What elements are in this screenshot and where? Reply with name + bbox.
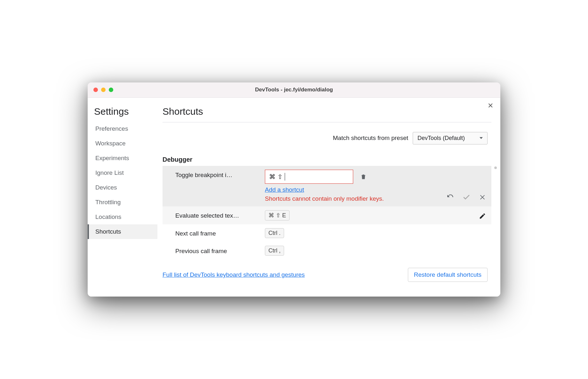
main-content: Shortcuts Match shortcuts from preset De… bbox=[157, 98, 500, 297]
check-icon bbox=[462, 193, 471, 201]
sidebar-item-label: Experiments bbox=[95, 155, 129, 161]
full-list-link[interactable]: Full list of DevTools keyboard shortcuts… bbox=[163, 271, 305, 278]
undo-button[interactable] bbox=[446, 192, 455, 201]
sidebar-item-label: Ignore List bbox=[95, 169, 124, 176]
titlebar: DevTools - jec.fyi/demo/dialog bbox=[88, 82, 500, 98]
edit-shortcut-button[interactable] bbox=[478, 212, 487, 220]
sidebar-item-throttling[interactable]: Throttling bbox=[88, 195, 157, 210]
shortcut-label: Previous call frame bbox=[175, 246, 265, 255]
shortcut-input[interactable]: ⌘ ⇧ bbox=[265, 170, 353, 184]
settings-sidebar: Settings Preferences Workspace Experimen… bbox=[88, 98, 157, 297]
pencil-icon bbox=[479, 213, 486, 220]
window-close-button[interactable] bbox=[93, 88, 98, 92]
sidebar-item-label: Preferences bbox=[95, 125, 128, 132]
sidebar-item-locations[interactable]: Locations bbox=[88, 210, 157, 224]
shortcut-kbd: ⌘ ⇧ E bbox=[265, 210, 290, 220]
preset-row: Match shortcuts from preset DevTools (De… bbox=[163, 132, 491, 144]
preset-selected-value: DevTools (Default) bbox=[417, 135, 465, 142]
close-icon bbox=[479, 193, 486, 200]
settings-panel: ✕ Settings Preferences Workspace Experim… bbox=[88, 98, 500, 297]
section-heading: Debugger bbox=[163, 156, 491, 166]
shortcut-row-editing: Toggle breakpoint i… ⌘ ⇧ Add a shortcut bbox=[163, 166, 491, 207]
restore-defaults-button[interactable]: Restore default shortcuts bbox=[408, 268, 488, 282]
sidebar-item-shortcuts[interactable]: Shortcuts bbox=[88, 224, 157, 239]
sidebar-item-experiments[interactable]: Experiments bbox=[88, 151, 157, 166]
divider bbox=[163, 122, 491, 122]
shortcut-label: Toggle breakpoint i… bbox=[175, 170, 265, 179]
sidebar-item-label: Shortcuts bbox=[95, 228, 121, 235]
preset-label: Match shortcuts from preset bbox=[333, 135, 408, 142]
preset-select[interactable]: DevTools (Default) bbox=[413, 132, 488, 144]
sidebar-heading: Settings bbox=[88, 106, 157, 121]
shortcut-kbd: Ctrl , bbox=[265, 246, 284, 256]
window-title: DevTools - jec.fyi/demo/dialog bbox=[88, 87, 500, 93]
window: DevTools - jec.fyi/demo/dialog ✕ Setting… bbox=[88, 82, 500, 297]
page-title: Shortcuts bbox=[163, 106, 491, 122]
sidebar-item-preferences[interactable]: Preferences bbox=[88, 121, 157, 136]
sidebar-item-workspace[interactable]: Workspace bbox=[88, 136, 157, 151]
footer-row: Full list of DevTools keyboard shortcuts… bbox=[163, 259, 491, 288]
shortcut-input-value: ⌘ ⇧ bbox=[269, 173, 283, 181]
sidebar-item-label: Throttling bbox=[95, 199, 121, 205]
text-cursor bbox=[285, 173, 285, 181]
scrollbar-thumb[interactable] bbox=[494, 166, 497, 169]
shortcuts-list: Toggle breakpoint i… ⌘ ⇧ Add a shortcut bbox=[163, 166, 491, 260]
trash-icon bbox=[360, 173, 367, 180]
sidebar-item-label: Workspace bbox=[95, 140, 126, 147]
sidebar-item-label: Locations bbox=[95, 213, 121, 220]
shortcut-row: Evaluate selected tex… ⌘ ⇧ E bbox=[163, 206, 491, 224]
shortcut-kbd: Ctrl . bbox=[265, 228, 284, 238]
window-controls bbox=[88, 88, 113, 92]
edit-actions bbox=[446, 191, 487, 201]
add-shortcut-link[interactable]: Add a shortcut bbox=[265, 186, 304, 193]
shortcut-error-text: Shortcuts cannot contain only modifier k… bbox=[265, 195, 393, 203]
window-minimize-button[interactable] bbox=[101, 88, 106, 92]
shortcut-row: Next call frame Ctrl . bbox=[163, 224, 491, 242]
sidebar-item-ignore-list[interactable]: Ignore List bbox=[88, 166, 157, 180]
shortcut-row: Previous call frame Ctrl , bbox=[163, 242, 491, 259]
window-zoom-button[interactable] bbox=[109, 88, 113, 92]
shortcut-label: Next call frame bbox=[175, 228, 265, 237]
sidebar-item-devices[interactable]: Devices bbox=[88, 180, 157, 195]
confirm-button[interactable] bbox=[462, 192, 471, 201]
undo-icon bbox=[446, 193, 455, 201]
delete-shortcut-button[interactable] bbox=[359, 172, 368, 181]
cancel-button[interactable] bbox=[478, 192, 487, 201]
shortcut-edit-area: ⌘ ⇧ Add a shortcut Shortcuts cannot cont… bbox=[265, 170, 446, 203]
sidebar-item-label: Devices bbox=[95, 184, 117, 191]
shortcut-label: Evaluate selected tex… bbox=[175, 210, 265, 219]
chevron-down-icon bbox=[480, 137, 483, 139]
